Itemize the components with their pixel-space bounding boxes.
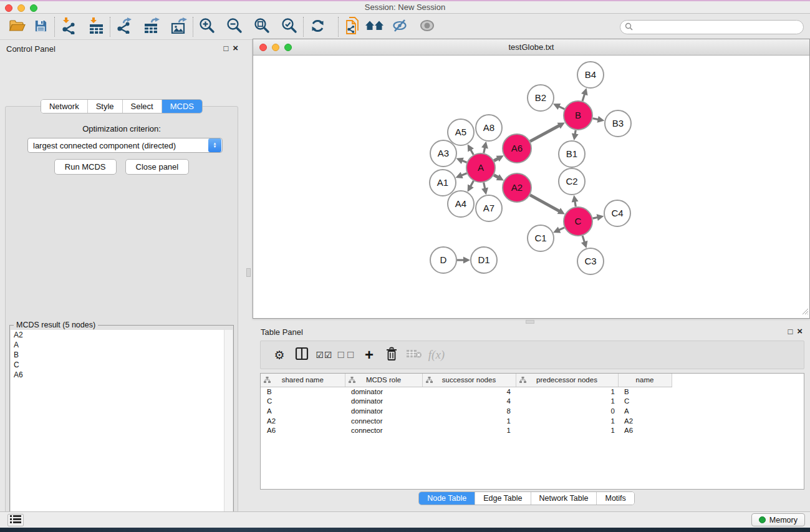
tab-network-table[interactable]: Network Table [531,492,597,505]
node-table[interactable]: shared name MCDS role successor nodes pr… [260,373,804,490]
cell-mcds_role[interactable]: dominator [345,397,422,407]
column-header-name[interactable]: name [618,374,672,387]
search-input[interactable] [635,23,803,32]
node-D[interactable]: D [430,247,456,273]
table-panel-float-icon[interactable]: □ [788,327,793,336]
column-header-shared-name[interactable]: shared name [261,374,345,387]
table-row[interactable]: Cdominator41C [261,397,672,407]
cell-mcds_role[interactable]: connector [345,417,422,427]
node-C4[interactable]: C4 [604,200,630,226]
mcds-result-item[interactable]: A2 [11,330,224,340]
resize-grip-icon[interactable] [801,306,809,317]
cell-successor[interactable]: 4 [422,387,516,397]
node-A[interactable]: A [466,153,495,182]
vertical-split-handle[interactable] [246,268,251,277]
mcds-result-item[interactable]: A [11,340,224,350]
export-network-button[interactable] [115,17,133,37]
hide-details-button[interactable] [390,17,409,37]
delete-table-button[interactable] [403,345,425,365]
network-canvas[interactable]: B4B2BB3B1A5A8A6A3AA1A2C2A4A7CC4C1C3DD1 [253,56,809,318]
cell-predecessor[interactable]: 0 [516,407,618,417]
close-panel-button[interactable]: Close panel [125,159,190,175]
control-panel-float-icon[interactable]: □ [223,44,228,53]
zoom-out-button[interactable] [225,17,244,37]
table-row[interactable]: Adominator80A [261,407,672,417]
table-row[interactable]: A6connector11A6 [261,426,672,436]
table-row[interactable]: Bdominator41B [261,387,672,397]
edge-A2-C[interactable] [530,195,560,211]
network-close-button[interactable] [259,44,267,51]
refresh-button[interactable] [308,17,327,37]
tab-select[interactable]: Select [122,100,162,113]
mcds-result-item[interactable]: A6 [11,370,224,380]
minimize-window-button[interactable] [17,4,25,12]
optimization-criterion-dropdown[interactable]: largest connected component (directed) ▲… [27,138,223,153]
network-minimize-button[interactable] [272,44,279,51]
import-network-button[interactable] [59,17,78,37]
node-A8[interactable]: A8 [476,115,502,141]
tab-motifs[interactable]: Motifs [596,492,634,505]
node-B2[interactable]: B2 [528,85,554,111]
table-row[interactable]: A2connector11A2 [261,417,672,427]
cell-name[interactable]: B [618,387,672,397]
zoom-selected-button[interactable] [280,17,299,37]
cell-predecessor[interactable]: 1 [516,426,618,436]
node-A2[interactable]: A2 [503,173,531,202]
task-history-button[interactable] [7,514,24,526]
save-session-button[interactable] [31,17,50,37]
mcds-result-list[interactable]: A2ABCA6 [11,330,224,532]
cell-shared_name[interactable]: A2 [261,417,345,427]
node-B4[interactable]: B4 [577,62,604,88]
export-image-button[interactable] [170,17,188,37]
cell-successor[interactable]: 1 [422,417,516,427]
edge-A6-B[interactable] [530,125,560,142]
column-settings-button[interactable]: ⚙ [268,345,291,365]
cell-name[interactable]: A2 [618,417,672,427]
cell-shared_name[interactable]: B [261,387,345,397]
select-all-columns-button[interactable]: ☑☑ [313,345,335,365]
node-C1[interactable]: C1 [528,225,554,251]
cell-predecessor[interactable]: 1 [516,397,618,407]
node-A5[interactable]: A5 [448,119,474,145]
network-window-titlebar[interactable]: testGlobe.txt [253,39,809,56]
node-A6[interactable]: A6 [503,134,531,163]
network-from-document-button[interactable] [343,17,362,37]
zoom-fit-button[interactable] [253,17,271,37]
node-A4[interactable]: A4 [448,191,474,217]
cell-name[interactable]: C [618,397,672,407]
cell-mcds_role[interactable]: dominator [345,387,422,397]
show-details-button[interactable] [418,17,436,37]
column-header-mcds-role[interactable]: MCDS role [345,374,422,387]
cell-shared_name[interactable]: A6 [261,426,345,436]
column-header-successor-nodes[interactable]: successor nodes [422,374,516,387]
mcds-result-item[interactable]: B [11,350,224,360]
cell-shared_name[interactable]: C [261,397,345,407]
cell-name[interactable]: A6 [618,426,672,436]
tab-network[interactable]: Network [41,100,87,113]
memory-button[interactable]: Memory [751,513,805,526]
cell-name[interactable]: A [618,407,672,417]
node-C3[interactable]: C3 [577,248,604,274]
open-session-button[interactable] [7,17,26,37]
cell-mcds_role[interactable]: connector [345,426,422,436]
run-mcds-button[interactable]: Run MCDS [54,159,117,175]
node-B1[interactable]: B1 [559,141,585,167]
cell-mcds_role[interactable]: dominator [345,407,422,417]
node-C2[interactable]: C2 [559,168,585,195]
cell-successor[interactable]: 4 [422,397,516,407]
column-header-predecessor-nodes[interactable]: predecessor nodes [516,374,618,387]
close-window-button[interactable] [5,4,12,12]
node-A3[interactable]: A3 [430,140,456,167]
control-panel-close-icon[interactable]: × [233,44,238,53]
node-D1[interactable]: D1 [471,247,497,273]
cell-predecessor[interactable]: 1 [516,387,618,397]
cell-successor[interactable]: 8 [422,407,516,417]
network-zoom-button[interactable] [284,44,292,51]
zoom-window-button[interactable] [30,4,37,12]
function-builder-button[interactable]: f(x) [425,345,448,365]
import-table-button[interactable] [87,17,105,37]
show-column-button[interactable] [291,345,313,365]
node-B3[interactable]: B3 [605,110,631,137]
node-A1[interactable]: A1 [430,170,456,196]
mcds-result-scrollbar[interactable] [224,330,233,532]
